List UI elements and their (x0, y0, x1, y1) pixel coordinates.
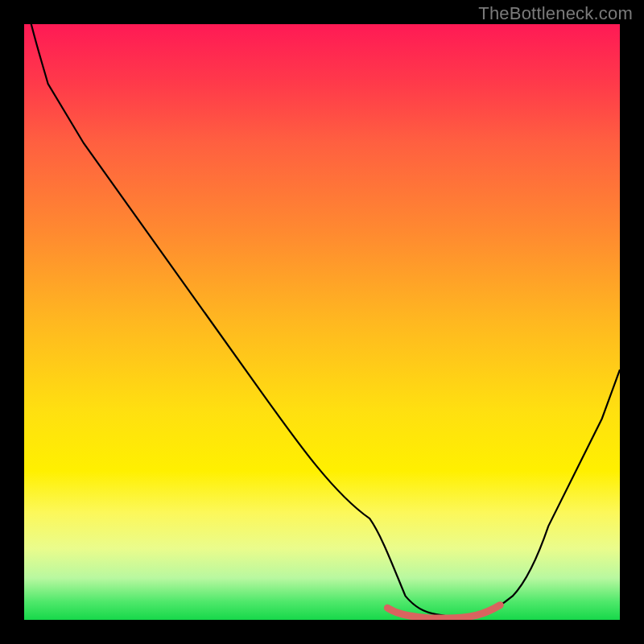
watermark-text: TheBottleneck.com (478, 3, 633, 24)
plot-area (24, 24, 620, 620)
optimal-range-highlight (387, 605, 500, 618)
bottleneck-curve (24, 24, 620, 617)
curve-layer (24, 24, 620, 620)
chart-frame: TheBottleneck.com (0, 0, 644, 644)
